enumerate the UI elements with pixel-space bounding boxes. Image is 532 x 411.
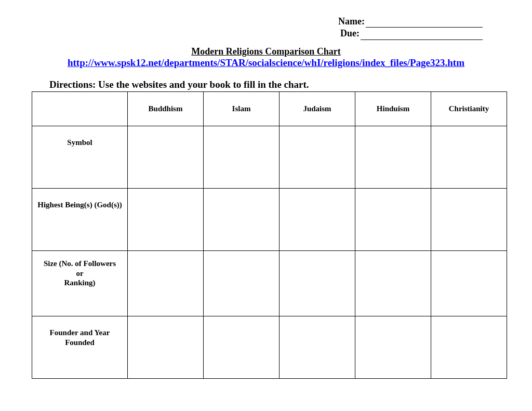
name-label: Name: [338, 16, 365, 26]
table-row: Founder and Year Founded [32, 316, 507, 378]
row-header: Symbol [32, 126, 128, 188]
table-cell [431, 188, 507, 250]
resource-url-link[interactable]: http://www.spsk12.net/departments/STAR/s… [68, 57, 464, 68]
table-cell [128, 250, 204, 316]
row-header-line1: Size (No. of Followers [44, 259, 116, 268]
table-cell [280, 126, 355, 188]
table-cell [204, 126, 280, 188]
table-cell [431, 126, 507, 188]
table-corner-cell [32, 91, 128, 126]
table-row: Size (No. of Followers or Ranking) [32, 250, 507, 316]
table-row: Symbol [32, 126, 507, 188]
table-cell [128, 126, 204, 188]
column-header: Christianity [431, 91, 507, 126]
worksheet-title: Modern Religions Comparison Chart [31, 46, 501, 57]
name-field: Name: [31, 16, 483, 28]
title-section: Modern Religions Comparison Chart http:/… [31, 46, 501, 69]
table-cell [204, 250, 280, 316]
table-cell [280, 188, 355, 250]
table-cell [204, 316, 280, 378]
table-cell [128, 188, 204, 250]
due-blank [361, 39, 483, 40]
table-row: Highest Being(s) (God(s)) [32, 188, 507, 250]
table-cell [355, 126, 431, 188]
row-header-line3: Ranking) [64, 279, 95, 287]
table-header-row: Buddhism Islam Judaism Hinduism Christia… [32, 91, 507, 126]
table-cell [355, 250, 431, 316]
column-header: Hinduism [355, 91, 431, 126]
table-cell [204, 188, 280, 250]
table-cell [431, 316, 507, 378]
table-cell [355, 188, 431, 250]
table-cell [280, 250, 355, 316]
row-header: Highest Being(s) (God(s)) [32, 188, 128, 250]
column-header: Buddhism [128, 91, 204, 126]
due-label: Due: [340, 28, 360, 38]
comparison-chart-table: Buddhism Islam Judaism Hinduism Christia… [32, 91, 507, 379]
column-header: Judaism [280, 91, 355, 126]
table-cell [280, 316, 355, 378]
row-header: Size (No. of Followers or Ranking) [32, 250, 128, 316]
table-cell [431, 250, 507, 316]
table-cell [128, 316, 204, 378]
header-info: Name: Due: [31, 16, 501, 40]
due-field: Due: [31, 28, 483, 39]
row-header-line2: or [76, 269, 83, 277]
column-header: Islam [204, 91, 280, 126]
row-header: Founder and Year Founded [32, 316, 128, 378]
table-cell [355, 316, 431, 378]
directions-text: Directions: Use the websites and your bo… [49, 79, 501, 90]
